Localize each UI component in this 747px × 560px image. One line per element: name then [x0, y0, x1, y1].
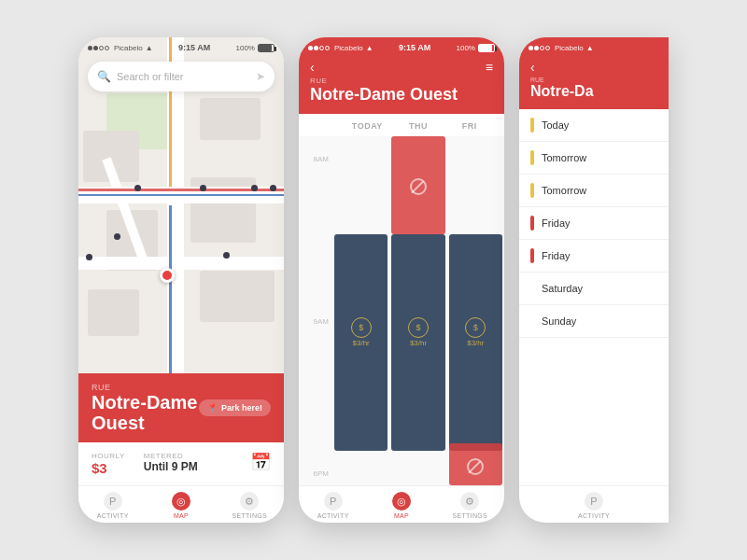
status-right-2: 100% — [457, 44, 495, 52]
map-icon: ◎ — [172, 492, 190, 511]
tab-activity-1[interactable]: P ACTIVITY — [78, 492, 147, 519]
day-label-4: Friday — [542, 250, 657, 261]
navigate-icon: ➤ — [256, 70, 265, 83]
block-6 — [200, 271, 275, 322]
no-park-fri-bottom — [449, 458, 502, 475]
no-park-circle-2 — [467, 458, 484, 475]
map-pin[interactable] — [160, 268, 175, 283]
tab-settings-2[interactable]: ⚙ SETTINGS — [436, 492, 504, 519]
street-name-2: Notre-Dame Ouest — [310, 85, 493, 105]
tab-label-settings: SETTINGS — [233, 512, 267, 519]
status-bar-2: Picabelo ▲ 9:15 AM 100% — [299, 37, 504, 58]
schedule-list: Today Tomorrow Tomorrow Friday Friday Sa… — [519, 109, 669, 485]
day-fri: FRI — [444, 114, 495, 136]
price-circle-fri: $ — [465, 317, 486, 338]
activity-icon: P — [104, 492, 122, 511]
road-line-blue — [78, 194, 284, 196]
search-bar[interactable]: 🔍 Search or filter ➤ — [88, 62, 275, 91]
day-label-1: Tomorrow — [542, 152, 657, 163]
day-thu: THU — [393, 114, 444, 136]
tab-activity-3[interactable]: P ACTIVITY — [519, 492, 669, 519]
menu-button[interactable]: ≡ — [486, 60, 493, 75]
info-strip: HOURLY $3 METERED Until 9 PM 📅 — [78, 442, 284, 485]
status-bar-3: Picabelo ▲ — [519, 37, 669, 58]
signal-icon-2 — [308, 46, 330, 50]
wifi-icon-2: ▲ — [366, 44, 374, 52]
bottom-card: RUE Notre-Dame Ouest 📍 Park here! HOURLY… — [78, 373, 284, 523]
rue-label: RUE — [92, 383, 199, 392]
price-text-fri: $3/hr — [467, 339, 484, 347]
day-label-0: Today — [542, 119, 657, 131]
day-today: TODAY — [342, 114, 393, 136]
tab-bar-1: P ACTIVITY ◎ MAP ⚙ SETTINGS — [78, 485, 284, 523]
price-badge-thu: $ $3/hr — [389, 317, 446, 347]
tab-map-1[interactable]: ◎ MAP — [147, 492, 215, 519]
schedule-columns: $ $3/hr $ $3/hr $ — [332, 136, 504, 485]
back-button[interactable]: ‹ — [310, 60, 315, 75]
tab-label-activity: ACTIVITY — [97, 512, 129, 519]
list-item-6[interactable]: Sunday — [519, 305, 669, 338]
metered-value: Until 9 PM — [144, 460, 198, 473]
price-badge-today: $ $3/hr — [332, 317, 389, 347]
road-line-orange — [169, 37, 172, 187]
list-item-4[interactable]: Friday — [519, 240, 669, 273]
dot-3 — [251, 185, 258, 191]
price-badge-fri: $ $3/hr — [447, 317, 504, 347]
no-park-circle-1 — [410, 178, 427, 195]
day-label-5: Saturday — [542, 283, 657, 294]
tab-label-activity-2: ACTIVITY — [317, 512, 349, 519]
activity-icon-2: P — [324, 492, 343, 511]
search-icon: 🔍 — [97, 70, 111, 83]
tab-bar-3: P ACTIVITY — [519, 485, 669, 523]
activity-icon-3: P — [585, 492, 603, 511]
col-fri: $ $3/hr — [447, 136, 504, 485]
tab-activity-2[interactable]: P ACTIVITY — [299, 492, 367, 519]
dot-7 — [86, 254, 92, 260]
dot-1 — [134, 185, 141, 191]
day-label-6: Sunday — [542, 315, 657, 327]
tab-map-2[interactable]: ◎ MAP — [367, 492, 435, 519]
back-button-3[interactable]: ‹ — [530, 60, 535, 75]
list-item-5[interactable]: Saturday — [519, 273, 669, 305]
battery-icon-2 — [478, 44, 495, 52]
carrier-label-3: Picabelo — [555, 44, 584, 52]
price-text-thu: $3/hr — [410, 339, 427, 347]
bottom-red-bar: RUE Notre-Dame Ouest 📍 Park here! — [78, 373, 284, 442]
time-label-2: 9:15 AM — [399, 43, 430, 52]
bar-6 — [530, 314, 534, 329]
map-view[interactable]: 🔍 Search or filter ➤ — [78, 37, 284, 373]
price-circle-thu: $ — [408, 317, 429, 338]
tab-bar-2: P ACTIVITY ◎ MAP ⚙ SETTINGS — [299, 485, 504, 523]
wifi-icon: ▲ — [146, 44, 153, 52]
list-item-1[interactable]: Tomorrow — [519, 142, 669, 175]
time-9am: 9AM — [303, 308, 329, 326]
metered-label: METERED — [144, 452, 198, 460]
schedule-body: 8AM 9AM 6PM $ $3/hr $ — [299, 136, 504, 485]
park-here-button[interactable]: 📍 Park here! — [199, 399, 271, 416]
tab-label-activity-3: ACTIVITY — [578, 512, 610, 519]
status-left: Picabelo ▲ — [88, 44, 153, 52]
rue-label-2: RUE — [310, 77, 493, 85]
battery-icon — [258, 44, 275, 52]
bar-4 — [530, 248, 534, 263]
dot-6 — [223, 252, 230, 259]
status-right: 100% — [236, 44, 275, 52]
settings-icon-2: ⚙ — [460, 492, 479, 511]
list-item-0[interactable]: Today — [519, 109, 669, 142]
bar-1 — [530, 150, 534, 165]
tab-settings-1[interactable]: ⚙ SETTINGS — [216, 492, 284, 519]
time-col-header — [308, 114, 342, 136]
block-5 — [88, 289, 139, 336]
signal-icon-3 — [529, 46, 550, 50]
list-item-3[interactable]: Friday — [519, 207, 669, 240]
status-left-2: Picabelo ▲ — [308, 44, 374, 52]
carrier-label: Picabelo — [114, 44, 143, 52]
bar-0 — [530, 118, 534, 133]
list-nav: ‹ — [530, 60, 657, 75]
col-thu: $ $3/hr — [389, 136, 446, 485]
search-input[interactable]: Search or filter — [117, 71, 250, 82]
nav-bar: ‹ ≡ — [310, 60, 493, 75]
list-item-2[interactable]: Tomorrow — [519, 175, 669, 207]
day-label-3: Friday — [542, 217, 657, 229]
price-circle-today: $ — [351, 317, 372, 338]
